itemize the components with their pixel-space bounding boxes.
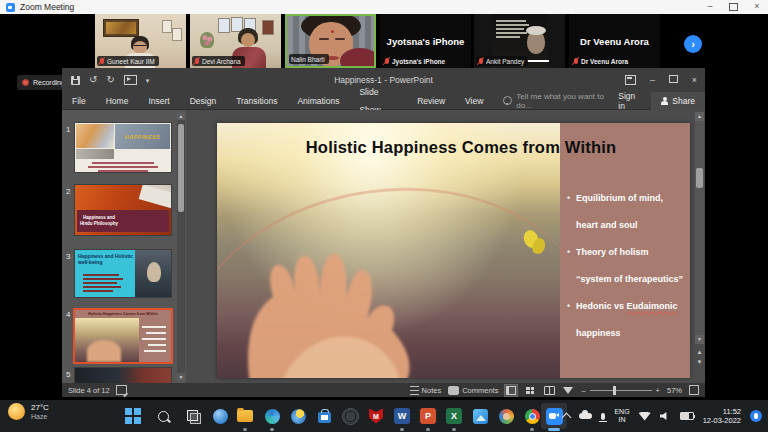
scroll-down-icon[interactable]: ▼ bbox=[177, 373, 185, 381]
speaker-icon[interactable] bbox=[660, 412, 671, 421]
tab-home[interactable]: Home bbox=[96, 92, 139, 110]
tray-date: 12-03-2022 bbox=[703, 416, 741, 425]
tab-design[interactable]: Design bbox=[180, 92, 226, 110]
hidden-icons-chevron[interactable] bbox=[562, 413, 572, 423]
people-icon[interactable] bbox=[495, 405, 517, 427]
comments-toggle[interactable]: Comments bbox=[448, 386, 498, 395]
file-explorer-icon[interactable] bbox=[234, 405, 256, 427]
tab-animations[interactable]: Animations bbox=[287, 92, 349, 110]
tab-file[interactable]: File bbox=[62, 92, 96, 110]
video-tile-veenu[interactable]: Dr Veenu Arora Dr Veenu Arora bbox=[569, 14, 660, 68]
thumb-book-image bbox=[139, 185, 171, 208]
store-icon[interactable] bbox=[313, 405, 335, 427]
tab-transitions[interactable]: Transitions bbox=[226, 92, 287, 110]
save-icon[interactable] bbox=[71, 76, 80, 85]
weather-widget[interactable]: 27°C Haze bbox=[8, 403, 49, 421]
zoom-out-icon[interactable]: – bbox=[581, 386, 585, 395]
tell-me-box[interactable]: Tell me what you want to do... bbox=[503, 92, 608, 110]
mcafee-icon[interactable]: M bbox=[365, 405, 387, 427]
slide-sorter-view-button[interactable] bbox=[524, 385, 536, 396]
weather-app-icon[interactable] bbox=[287, 405, 309, 427]
muted-mic-icon bbox=[195, 58, 199, 64]
start-button[interactable] bbox=[122, 405, 144, 427]
image-bar bbox=[527, 60, 549, 62]
tab-view[interactable]: View bbox=[455, 92, 493, 110]
slide-indicator: Slide 4 of 12 bbox=[68, 386, 110, 395]
previous-slide-button[interactable]: ▲ bbox=[695, 348, 704, 357]
undo-icon[interactable]: ↺ bbox=[89, 75, 97, 85]
share-button[interactable]: Share bbox=[651, 92, 705, 110]
wifi-icon[interactable] bbox=[639, 412, 651, 421]
zoom-app-icon bbox=[6, 3, 15, 12]
chrome-icon[interactable] bbox=[521, 405, 543, 427]
slide-thumbnail-2[interactable]: Happiness and Hindu Philosophy bbox=[75, 185, 171, 235]
reading-view-button[interactable] bbox=[543, 385, 555, 396]
normal-view-button[interactable] bbox=[505, 385, 517, 396]
search-icon[interactable] bbox=[152, 405, 174, 427]
ppt-restore-icon[interactable] bbox=[663, 75, 684, 85]
running-indicator bbox=[400, 428, 404, 431]
slide-thumbnail-4-selected[interactable]: Holistic Happiness Comes from Within bbox=[75, 310, 171, 362]
tab-insert[interactable]: Insert bbox=[138, 92, 179, 110]
slide-scrollbar[interactable]: ▲ ▼ bbox=[695, 112, 704, 344]
minimize-icon[interactable]: – bbox=[699, 0, 721, 13]
video-tile-jyotsna[interactable]: Jyotsna's iPhone Jyotsna's iPhone bbox=[380, 14, 471, 68]
word-icon[interactable]: W bbox=[391, 405, 413, 427]
participant-name-label: Dr Veenu Arora bbox=[571, 56, 632, 66]
slide-canvas[interactable]: Holistic Happiness Comes from Within Equ… bbox=[217, 123, 690, 378]
battery-icon[interactable] bbox=[680, 412, 694, 420]
notifications-badge[interactable] bbox=[750, 410, 762, 422]
edge-icon[interactable] bbox=[261, 405, 283, 427]
task-view-icon[interactable] bbox=[182, 405, 204, 427]
start-slideshow-icon[interactable] bbox=[124, 75, 137, 85]
slide-thumbnail-5[interactable] bbox=[75, 368, 171, 383]
clock[interactable]: 11:52 12-03-2022 bbox=[703, 407, 741, 426]
thumb-text-line bbox=[83, 286, 121, 288]
microphone-tray-icon[interactable] bbox=[601, 413, 605, 420]
customize-qat-icon[interactable]: ▾ bbox=[146, 77, 150, 84]
thumb-text-line bbox=[83, 282, 117, 284]
sign-in-button[interactable]: Sign in bbox=[608, 91, 651, 111]
ppt-minimize-icon[interactable]: – bbox=[642, 75, 663, 85]
ppt-close-icon[interactable]: × bbox=[684, 75, 705, 85]
slide-thumbnail-1[interactable]: HAPPINESS bbox=[75, 123, 171, 172]
slide-photo-background bbox=[217, 123, 560, 378]
zoom-slider[interactable]: – + bbox=[581, 386, 660, 395]
next-participants-button[interactable]: › bbox=[684, 35, 702, 53]
slideshow-view-button[interactable] bbox=[562, 385, 574, 396]
thumbnail-scrollbar[interactable]: ▲ ▼ bbox=[177, 112, 185, 381]
scrollbar-thumb[interactable] bbox=[178, 124, 184, 212]
camera-app-icon[interactable] bbox=[339, 405, 361, 427]
scroll-up-icon[interactable]: ▲ bbox=[695, 112, 704, 121]
slide-thumbnail-3[interactable]: Happiness and Holistic well-being bbox=[75, 250, 171, 297]
scrollbar-thumb[interactable] bbox=[696, 168, 703, 188]
video-tile-devi[interactable]: Devi Archana bbox=[190, 14, 281, 68]
maximize-icon[interactable] bbox=[729, 3, 738, 11]
notes-toggle[interactable]: Notes bbox=[410, 386, 442, 395]
zoom-percent[interactable]: 57% bbox=[667, 386, 682, 395]
excel-icon[interactable]: X bbox=[443, 405, 465, 427]
cortana-icon[interactable] bbox=[209, 405, 231, 427]
scroll-up-icon[interactable]: ▲ bbox=[177, 112, 185, 120]
scroll-down-icon[interactable]: ▼ bbox=[695, 335, 704, 344]
zoom-slider-thumb[interactable] bbox=[613, 386, 616, 395]
tab-review[interactable]: Review bbox=[407, 92, 455, 110]
video-tile-guneet[interactable]: Guneet Kaur IIM bbox=[95, 14, 186, 68]
powerpoint-icon[interactable]: P bbox=[417, 405, 439, 427]
onedrive-icon[interactable] bbox=[579, 413, 592, 419]
fit-slide-to-window-icon[interactable] bbox=[689, 385, 699, 395]
ribbon-display-options-icon[interactable] bbox=[625, 75, 636, 85]
notes-pen-icon[interactable] bbox=[116, 385, 127, 395]
video-tile-ankit[interactable]: Ankit Pandey bbox=[474, 14, 565, 68]
photos-icon[interactable] bbox=[469, 405, 491, 427]
video-tile-nalin-active-speaker[interactable]: Nalin Bharti bbox=[285, 14, 376, 68]
thumb-text-line bbox=[144, 350, 166, 352]
participant-name-label: Guneet Kaur IIM bbox=[97, 56, 159, 66]
next-slide-button[interactable]: ▼ bbox=[695, 358, 704, 367]
language-indicator[interactable]: ENG IN bbox=[614, 408, 629, 424]
redo-icon[interactable]: ↻ bbox=[106, 75, 114, 85]
zoom-in-icon[interactable]: + bbox=[656, 386, 660, 395]
close-icon[interactable]: × bbox=[746, 0, 768, 13]
quote-text-line bbox=[496, 24, 529, 26]
zoom-slider-track[interactable] bbox=[590, 390, 652, 391]
